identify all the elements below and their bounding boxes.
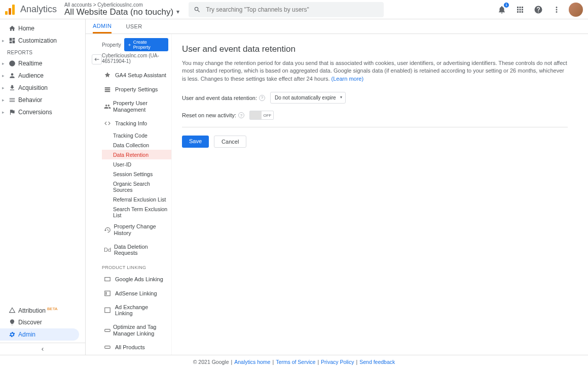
people-icon [104,103,111,110]
property-column: Property ＋ Create Property CyberliciousI… [86,34,172,355]
item-optimize-linking[interactable]: Optimize and Tag Manager Linking [102,320,168,340]
more-icon[interactable] [550,4,563,16]
app-header: Analytics All accounts > CyberliciousInc… [0,0,588,19]
sub-user-id[interactable]: User-ID [113,159,168,169]
tab-admin[interactable]: ADMIN [93,19,112,34]
svg-rect-0 [105,277,111,281]
svg-rect-3 [105,308,111,313]
item-adsense-linking[interactable]: AdSense Linking [102,286,168,300]
bulb-icon [7,319,17,326]
apps-icon[interactable] [514,4,526,16]
sub-tracking-code[interactable]: Tracking Code [113,130,168,140]
assistant-icon [104,72,113,79]
product-name: Analytics [20,4,57,15]
nav-conversions[interactable]: ▸ Conversions [0,106,85,118]
nav-attribution[interactable]: AttributionBETA [0,304,85,316]
search-icon [194,6,201,13]
list-icon [7,96,17,104]
dd-icon: Dd [104,247,112,253]
link-icon [104,327,111,334]
item-tracking-info[interactable]: Tracking Info [102,116,168,130]
settings-icon [104,86,113,93]
property-account-name[interactable]: CyberliciousInc.com (UA-46571904-1) [102,53,168,64]
sub-organic-sources[interactable]: Organic Search Sources [113,179,168,194]
retention-select[interactable]: Do not automatically expire [270,92,346,104]
setting-data-retention: User and event data retention: ? Do not … [182,92,568,104]
nav-home[interactable]: Home [0,22,85,35]
notifications-icon[interactable]: 1 [496,4,508,16]
attribution-icon [7,307,17,314]
code-icon [104,120,113,127]
back-arrow-icon [94,56,100,62]
nav-realtime[interactable]: ▸ Realtime [0,57,85,70]
item-property-settings[interactable]: Property Settings [102,82,168,96]
page-title: User and event data retention [182,44,568,54]
sub-data-retention[interactable]: Data Retention [102,150,171,159]
nav-acquisition[interactable]: ▸ Acquisition [0,82,85,94]
item-data-deletion[interactable]: Dd Data Deletion Requests [102,240,168,260]
notification-badge: 1 [504,3,509,8]
help-icon[interactable] [532,4,544,16]
sub-data-collection[interactable]: Data Collection [113,140,168,150]
collapse-nav-button[interactable] [0,343,85,355]
nav-behavior[interactable]: ▸ Behavior [0,94,85,106]
sub-searchterm-exclusion[interactable]: Search Term Exclusion List [113,204,168,220]
item-ga4-setup[interactable]: GA4 Setup Assistant [102,68,168,82]
arrow-icon [7,84,17,91]
search-input[interactable] [206,6,379,13]
nav-audience[interactable]: ▸ Audience [0,70,85,82]
dashboard-icon [7,37,17,44]
breadcrumb[interactable]: All accounts > CyberliciousInc.com All W… [64,2,179,17]
footer-feedback[interactable]: Send feedback [359,359,395,365]
nav-discover[interactable]: Discover [0,316,85,328]
search-box[interactable] [189,2,384,17]
breadcrumb-view: All Website Data (no touchy) [64,8,173,17]
section-product-linking: PRODUCT LINKING [102,260,168,272]
item-adx-linking[interactable]: Ad Exchange Linking [102,300,168,320]
page-description: You may change the retention period for … [182,59,568,83]
footer-privacy[interactable]: Privacy Policy [321,359,354,365]
chevron-down-icon: ▾ [176,9,179,15]
content-pane: User and event data retention You may ch… [172,34,588,355]
item-user-management[interactable]: Property User Management [102,96,168,116]
save-button[interactable]: Save [182,136,209,148]
avatar[interactable] [569,3,583,17]
adsense-icon [104,290,113,297]
gear-icon [7,331,17,338]
setting-reset-activity: Reset on new activity: ? OFF [182,111,568,120]
column-title: Property [102,42,121,48]
footer-terms[interactable]: Terms of Service [276,359,315,365]
products-icon [104,344,113,351]
back-button[interactable] [92,54,102,64]
ads-icon [104,276,113,283]
footer-analytics-home[interactable]: Analytics home [234,359,270,365]
analytics-logo-icon [5,5,15,15]
sub-session-settings[interactable]: Session Settings [113,169,168,179]
left-nav: Home ▸ Customization REPORTS ▸ Realtime … [0,19,86,355]
nav-admin[interactable]: Admin [0,328,79,341]
sub-referral-exclusion[interactable]: Referral Exclusion List [113,194,168,204]
plus-icon: ＋ [127,42,132,48]
item-all-products[interactable]: All Products [102,340,168,354]
item-change-history[interactable]: Property Change History [102,220,168,240]
reset-toggle[interactable]: OFF [249,111,274,120]
info-icon[interactable]: ? [238,112,244,118]
svg-rect-5 [105,346,111,349]
flag-icon [7,109,17,116]
item-ads-linking[interactable]: Google Ads Linking [102,272,168,286]
create-property-button[interactable]: ＋ Create Property [124,38,168,51]
chevron-left-icon [40,346,46,352]
svg-rect-4 [105,329,111,331]
history-icon [104,226,112,233]
learn-more-link[interactable]: (Learn more) [332,76,364,82]
clock-icon [7,60,17,67]
footer: © 2021 Google| Analytics home| Terms of … [0,355,588,368]
cancel-button[interactable]: Cancel [214,136,246,148]
svg-rect-2 [106,292,107,295]
nav-section-reports: REPORTS [0,47,85,57]
info-icon[interactable]: ? [259,95,265,101]
person-icon [7,72,17,79]
tab-user[interactable]: USER [126,19,142,34]
nav-customization[interactable]: ▸ Customization [0,35,85,47]
home-icon [7,25,17,32]
